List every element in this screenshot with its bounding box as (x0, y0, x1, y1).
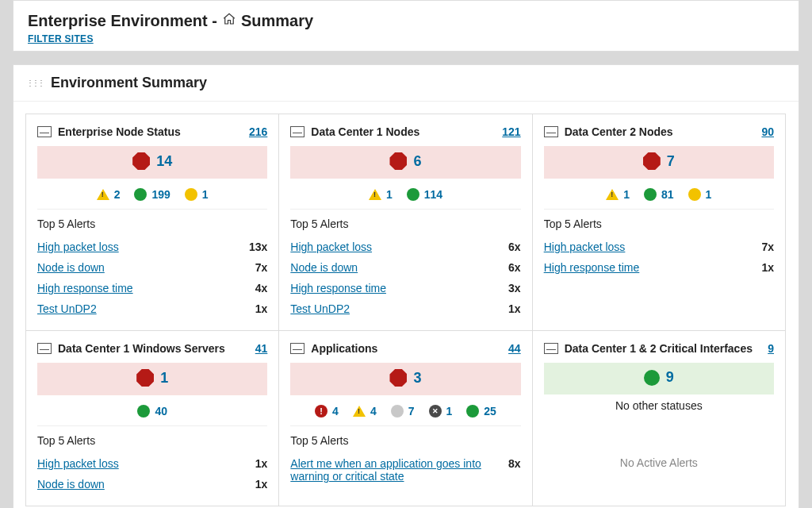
card-total-link[interactable]: 41 (255, 342, 268, 355)
card-total-link[interactable]: 90 (761, 125, 774, 138)
warning-icon (97, 189, 109, 200)
alert-link[interactable]: Test UnDP2 (37, 302, 97, 315)
alert-link[interactable]: High packet loss (544, 241, 626, 253)
status-item[interactable]: 199 (134, 188, 170, 201)
status-item[interactable]: 2 (97, 188, 121, 201)
banner-value[interactable]: 14 (132, 152, 172, 170)
alert-link[interactable]: High response time (37, 282, 133, 294)
up-icon (466, 405, 479, 418)
top-alerts-label: Top 5 Alerts (544, 217, 774, 230)
card-title: Data Center 1 Windows Servers (58, 342, 225, 355)
summary-card: Data Center 1 & 2 Critical Interfaces99N… (532, 330, 786, 506)
alert-link[interactable]: High response time (290, 282, 386, 294)
status-banner: 14 (37, 146, 267, 179)
warning-icon (369, 189, 381, 200)
status-value: 81 (661, 188, 674, 201)
status-item[interactable]: 1 (429, 405, 453, 418)
filter-sites-link[interactable]: FILTER SITES (28, 33, 94, 44)
card-total-link[interactable]: 121 (502, 125, 520, 138)
status-value: 1 (386, 188, 393, 201)
status-item[interactable]: 1 (185, 188, 209, 201)
status-value: 1 (706, 188, 712, 201)
card-head: Applications44 (290, 342, 520, 355)
status-item[interactable]: 40 (137, 405, 167, 418)
card-total-link[interactable]: 44 (508, 342, 521, 355)
drag-handle-icon[interactable]: ⋮⋮⋮ (26, 79, 43, 87)
status-value: 1 (202, 188, 209, 201)
status-value: 1 (623, 188, 630, 201)
alert-row: High response time1x (544, 257, 774, 278)
status-row: 21991 (37, 183, 267, 210)
alert-count: 4x (255, 282, 268, 294)
page-header: Enterprise Environment - Summary FILTER … (13, 0, 799, 52)
up-icon (134, 188, 147, 201)
status-value: 114 (424, 188, 442, 201)
alert-count: 8x (508, 457, 521, 470)
alert-row: Node is down6x (290, 257, 520, 278)
top-alerts-label: Top 5 Alerts (290, 434, 520, 447)
alert-link[interactable]: Node is down (37, 478, 105, 491)
top-alerts-label: Top 5 Alerts (37, 434, 267, 447)
up-icon (644, 188, 657, 201)
warning-dot-icon (185, 188, 197, 201)
card-total-link[interactable]: 216 (249, 125, 267, 138)
alert-link[interactable]: Test UnDP2 (290, 302, 350, 315)
status-value: 25 (484, 405, 496, 418)
status-item[interactable]: 7 (391, 405, 415, 418)
alert-count: 7x (255, 261, 268, 274)
alert-count: 1x (255, 478, 268, 491)
top-alerts-label: Top 5 Alerts (290, 217, 520, 230)
alert-row: Test UnDP21x (37, 298, 267, 319)
alert-row: Node is down7x (37, 257, 267, 278)
status-row: 1114 (290, 183, 520, 210)
status-row: 40 (37, 400, 267, 426)
node-icon (544, 126, 558, 137)
status-item[interactable]: 1 (606, 188, 630, 201)
no-active-alerts: No Active Alerts (544, 456, 774, 469)
status-value: 199 (151, 188, 170, 201)
banner-value[interactable]: 1 (136, 369, 168, 387)
status-item[interactable]: 1 (688, 188, 712, 201)
card-title: Data Center 1 & 2 Critical Interfaces (565, 342, 753, 355)
summary-card: Data Center 2 Nodes9071811Top 5 AlertsHi… (532, 114, 786, 331)
alert-link[interactable]: High packet loss (37, 241, 119, 253)
alert-link[interactable]: High packet loss (290, 241, 372, 253)
alert-count: 1x (508, 302, 521, 315)
card-total-link[interactable]: 9 (768, 342, 774, 355)
environment-summary-panel: ⋮⋮⋮ Environment Summary Enterprise Node … (13, 64, 799, 508)
status-value: 4 (332, 405, 339, 418)
alert-link[interactable]: High response time (544, 261, 640, 274)
alert-link[interactable]: Node is down (37, 261, 105, 274)
alert-row: High packet loss7x (544, 237, 774, 257)
alert-row: High packet loss13x (37, 237, 267, 257)
card-head: Data Center 2 Nodes90 (544, 125, 774, 138)
alert-row: High response time3x (290, 278, 520, 298)
status-item[interactable]: 114 (407, 188, 442, 201)
alert-count: 6x (508, 241, 521, 253)
up-icon (137, 405, 150, 418)
status-value: 4 (370, 405, 377, 418)
banner-value[interactable]: 3 (389, 369, 421, 387)
status-row: 1811 (544, 183, 774, 210)
alert-link[interactable]: High packet loss (37, 457, 119, 470)
status-item[interactable]: 4 (353, 405, 377, 418)
status-item[interactable]: 1 (369, 188, 393, 201)
alert-link[interactable]: Alert me when an application goes into w… (290, 457, 500, 483)
status-item[interactable]: 4 (315, 405, 339, 418)
page-title: Enterprise Environment - Summary (28, 12, 784, 30)
title-prefix: Enterprise Environment - (28, 12, 217, 30)
banner-value[interactable]: 9 (644, 369, 674, 386)
status-banner: 3 (290, 363, 520, 395)
status-item[interactable]: 81 (644, 188, 674, 201)
banner-value[interactable]: 7 (643, 152, 675, 170)
unreachable-icon (429, 405, 442, 418)
status-banner: 1 (37, 363, 267, 395)
panel-header: ⋮⋮⋮ Environment Summary (13, 65, 799, 102)
banner-value[interactable]: 6 (389, 152, 421, 170)
alert-row: High packet loss6x (290, 237, 520, 257)
alert-row: High packet loss1x (37, 453, 267, 474)
warning-icon (606, 189, 619, 200)
alert-link[interactable]: Node is down (290, 261, 358, 274)
status-item[interactable]: 25 (466, 405, 496, 418)
node-icon (37, 343, 52, 354)
